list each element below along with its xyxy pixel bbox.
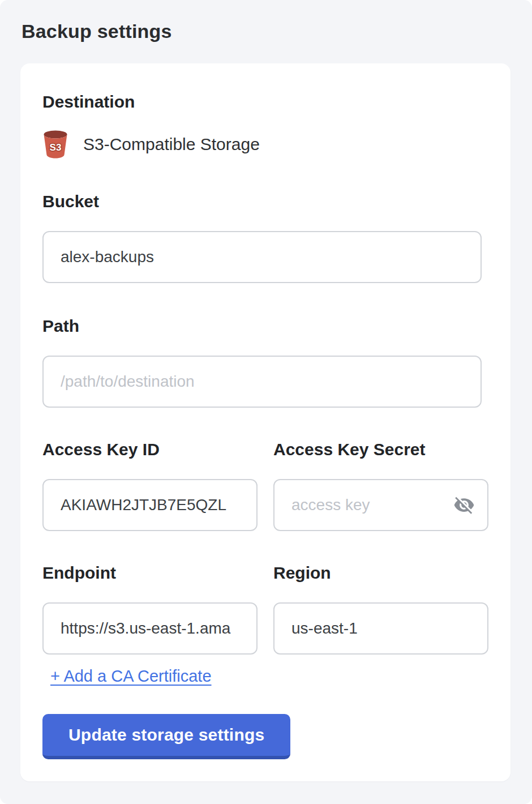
path-label: Path <box>42 316 488 336</box>
add-ca-certificate-link[interactable]: + Add a CA Certificate <box>50 667 212 686</box>
endpoint-region-inputs-row <box>42 583 488 655</box>
backup-settings-card: Destination S3 S3-Compatible Storage Buc… <box>20 63 510 781</box>
access-key-secret-wrap <box>273 479 488 531</box>
backup-settings-page: Backup settings Destination S3 S3-Compat… <box>0 0 532 804</box>
endpoint-label: Endpoint <box>42 563 258 583</box>
bucket-input[interactable] <box>42 231 482 283</box>
eye-off-icon[interactable] <box>453 494 476 516</box>
region-label: Region <box>273 563 488 583</box>
destination-label: Destination <box>42 92 488 112</box>
region-input[interactable] <box>273 602 488 655</box>
destination-value: S3-Compatible Storage <box>83 135 260 154</box>
page-title: Backup settings <box>22 20 172 42</box>
credentials-inputs-row <box>42 460 488 531</box>
credentials-labels-row: Access Key ID Access Key Secret <box>42 439 488 460</box>
endpoint-region-labels-row: Endpoint Region <box>42 563 488 583</box>
path-input[interactable] <box>42 356 482 408</box>
access-key-id-label: Access Key ID <box>42 439 258 460</box>
access-key-id-input[interactable] <box>42 479 258 531</box>
update-storage-settings-button[interactable]: Update storage settings <box>42 714 290 759</box>
svg-text:S3: S3 <box>50 142 62 153</box>
destination-row: S3 S3-Compatible Storage <box>42 130 488 159</box>
s3-bucket-icon: S3 <box>42 130 68 159</box>
access-key-secret-label: Access Key Secret <box>273 439 488 460</box>
endpoint-input[interactable] <box>42 602 258 655</box>
bucket-label: Bucket <box>42 191 488 212</box>
